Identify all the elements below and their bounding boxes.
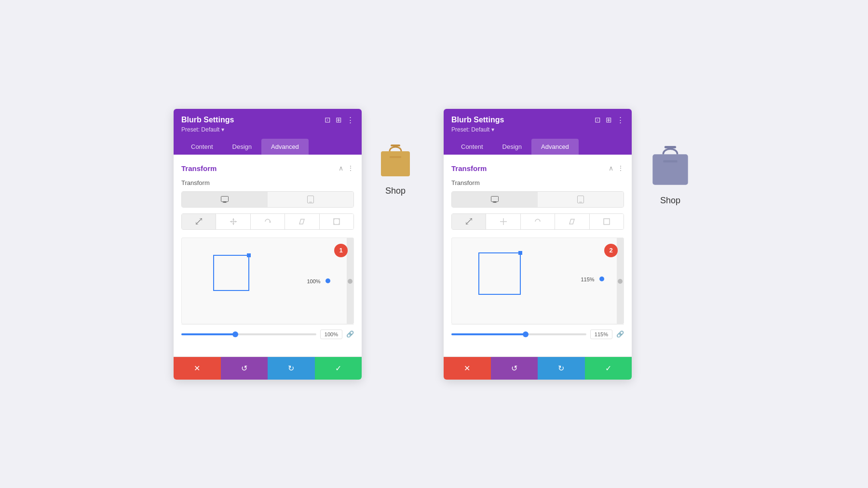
section-controls-2: ∧ ⋮ <box>609 164 624 172</box>
scale-handle-1[interactable] <box>247 253 251 257</box>
v-slider-2[interactable] <box>617 238 624 324</box>
preview-area-2: Shop <box>646 109 694 206</box>
grid-icon-1[interactable]: ⊞ <box>336 116 342 124</box>
panel-preset-2[interactable]: Preset: Default ▾ <box>451 126 624 133</box>
v-slider-1[interactable] <box>347 238 353 324</box>
svg-rect-2 <box>222 202 227 203</box>
scale-handle-2[interactable] <box>518 251 522 255</box>
transform-label-2: Transform <box>451 179 624 186</box>
section-title-1: Transform <box>181 164 217 172</box>
more-icon-1[interactable]: ⋮ <box>347 116 354 124</box>
tool-move-2[interactable] <box>486 214 520 229</box>
tool-row-2 <box>451 213 624 230</box>
transform-label-1: Transform <box>181 179 354 186</box>
panel-tabs-2: Content Design Advanced <box>451 139 624 155</box>
h-dot-group-2: 115% <box>581 275 604 283</box>
tool-skew-2[interactable] <box>555 214 589 229</box>
save-button-1[interactable]: ✓ <box>315 357 362 380</box>
tab-content-1[interactable]: Content <box>181 139 223 155</box>
svg-rect-20 <box>391 145 400 146</box>
panel-preset-1[interactable]: Preset: Default ▾ <box>181 126 354 133</box>
tool-row-1 <box>181 213 354 230</box>
tab-advanced-1[interactable]: Advanced <box>261 139 309 155</box>
tool-rotate-2[interactable] <box>521 214 555 229</box>
h-value-1: 100% <box>307 278 320 284</box>
panel-header-1: Blurb Settings ⊡ ⊞ ⋮ Preset: Default ▾ C… <box>174 109 362 155</box>
svg-marker-9 <box>232 223 234 225</box>
options-icon-1[interactable]: ⋮ <box>347 164 354 172</box>
v-thumb-1[interactable] <box>348 279 353 284</box>
v-thumb-2[interactable] <box>618 279 623 284</box>
h-dot-2[interactable] <box>599 277 604 281</box>
tool-skew-1[interactable] <box>285 214 319 229</box>
scale-box-1 <box>213 255 249 291</box>
svg-rect-23 <box>493 202 496 203</box>
section-header-1: Transform ∧ ⋮ <box>181 164 354 172</box>
redo-button-2[interactable]: ↻ <box>538 357 585 380</box>
tab-content-2[interactable]: Content <box>451 139 493 155</box>
panel-1: Blurb Settings ⊡ ⊞ ⋮ Preset: Default ▾ C… <box>174 109 362 380</box>
undo-button-1[interactable]: ↺ <box>221 357 268 380</box>
cancel-button-2[interactable]: ✕ <box>444 357 491 380</box>
slider-fill-1 <box>181 333 235 335</box>
tool-3d-2[interactable] <box>590 214 624 229</box>
svg-rect-31 <box>604 219 610 224</box>
panel-title-1: Blurb Settings <box>181 116 234 124</box>
cancel-button-1[interactable]: ✕ <box>174 357 221 380</box>
tool-rotate-1[interactable] <box>251 214 285 229</box>
slider-thumb-2[interactable] <box>523 331 529 337</box>
toggle-desktop-1[interactable] <box>182 192 268 207</box>
collapse-icon-1[interactable]: ∧ <box>339 164 343 172</box>
tool-scale-1[interactable] <box>182 214 216 229</box>
section-header-2: Transform ∧ ⋮ <box>451 164 624 172</box>
link-icon-2[interactable]: 🔗 <box>616 330 624 338</box>
tool-move-1[interactable] <box>216 214 250 229</box>
slider-row-2: 115% 🔗 <box>451 324 624 347</box>
fullscreen-icon-2[interactable]: ⊡ <box>595 116 601 124</box>
toggle-desktop-2[interactable] <box>452 192 538 207</box>
shop-label-1: Shop <box>385 186 406 196</box>
panel-wrapper-1: Blurb Settings ⊡ ⊞ ⋮ Preset: Default ▾ C… <box>174 109 415 380</box>
svg-marker-11 <box>235 221 237 223</box>
panel-header-2: Blurb Settings ⊡ ⊞ ⋮ Preset: Default ▾ C… <box>444 109 632 155</box>
link-icon-1[interactable]: 🔗 <box>346 330 354 338</box>
tab-advanced-2[interactable]: Advanced <box>531 139 579 155</box>
toggle-other-1[interactable] <box>268 192 353 207</box>
transform-visual-2: 2 115% <box>451 237 624 324</box>
svg-rect-26 <box>579 202 582 202</box>
tool-3d-1[interactable] <box>320 214 353 229</box>
toggle-other-2[interactable] <box>538 192 624 207</box>
slider-fill-2 <box>451 333 526 335</box>
svg-marker-12 <box>269 221 271 223</box>
fullscreen-icon-1[interactable]: ⊡ <box>325 116 331 124</box>
undo-button-2[interactable]: ↺ <box>491 357 538 380</box>
panel-wrapper-2: Blurb Settings ⊡ ⊞ ⋮ Preset: Default ▾ C… <box>444 109 694 380</box>
toggle-row-1 <box>181 191 354 208</box>
tab-design-1[interactable]: Design <box>223 139 261 155</box>
tab-design-2[interactable]: Design <box>493 139 531 155</box>
svg-marker-30 <box>570 219 574 224</box>
slider-thumb-1[interactable] <box>232 331 238 337</box>
svg-marker-10 <box>230 221 232 223</box>
slider-track-2[interactable] <box>451 333 586 335</box>
svg-marker-8 <box>232 218 234 220</box>
h-dot-group-1: 100% <box>307 277 330 285</box>
slider-track-1[interactable] <box>181 333 316 335</box>
save-button-2[interactable]: ✓ <box>585 357 632 380</box>
collapse-icon-2[interactable]: ∧ <box>609 164 613 172</box>
panel-footer-2: ✕ ↺ ↻ ✓ <box>444 356 632 380</box>
svg-line-27 <box>466 218 472 224</box>
h-dot-1[interactable] <box>326 278 330 283</box>
svg-rect-21 <box>390 156 401 158</box>
redo-button-1[interactable]: ↻ <box>268 357 315 380</box>
svg-rect-24 <box>492 202 497 203</box>
svg-rect-34 <box>663 160 677 162</box>
options-icon-2[interactable]: ⋮ <box>617 164 624 172</box>
svg-rect-4 <box>309 202 312 202</box>
grid-icon-2[interactable]: ⊞ <box>606 116 612 124</box>
scale-badge-1: 1 <box>334 244 348 257</box>
more-icon-2[interactable]: ⋮ <box>617 116 624 124</box>
tool-scale-2[interactable] <box>452 214 486 229</box>
transform-visual-1: 1 100% <box>181 237 354 324</box>
shop-label-2: Shop <box>660 196 680 206</box>
